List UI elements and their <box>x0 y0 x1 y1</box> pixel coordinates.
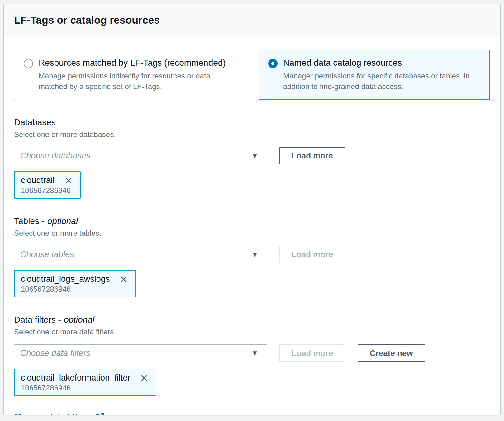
databases-select-input[interactable] <box>14 147 267 164</box>
tile-text: Named data catalog resources Manager per… <box>283 58 480 92</box>
radio-selected-icon[interactable] <box>268 59 278 68</box>
token-name: cloudtrail_lakeformation_filter <box>21 373 130 383</box>
tables-label: Tables -optional <box>14 216 490 226</box>
tile-text: Resources matched by LF-Tags (recommende… <box>39 58 236 92</box>
manage-data-filters-label: Manage data filters <box>14 412 90 415</box>
data-filter-token: cloudtrail_lakeformation_filter 10656728… <box>14 369 156 396</box>
data-filters-controls: ▼ Load more Create new <box>14 344 490 362</box>
data-filters-section: Data filters -optional Select one or mor… <box>14 315 490 396</box>
databases-description: Select one or more databases. <box>14 130 490 139</box>
radio-option-label: Resources matched by LF-Tags (recommende… <box>39 58 236 68</box>
panel-body: Resources matched by LF-Tags (recommende… <box>4 37 500 415</box>
token-header: cloudtrail_logs_awslogs <box>21 274 128 284</box>
field-optional-text: optional <box>47 216 78 226</box>
radio-option-description: Manage permissions indirectly for resour… <box>39 71 236 92</box>
field-label-text: Tables - <box>14 216 45 226</box>
field-optional-text: optional <box>64 315 94 324</box>
lf-tags-panel: LF-Tags or catalog resources Resources m… <box>4 4 500 415</box>
token-header: cloudtrail <box>21 176 73 185</box>
create-new-filter-button[interactable]: Create new <box>358 344 425 362</box>
field-label-text: Databases <box>14 117 56 127</box>
data-filters-label: Data filters -optional <box>14 315 490 325</box>
tables-select-input[interactable] <box>14 246 267 263</box>
radio-unselected-icon[interactable] <box>24 59 33 68</box>
remove-token-icon[interactable] <box>140 373 149 383</box>
tables-select[interactable]: ▼ <box>14 246 267 263</box>
data-filters-description: Select one or more data filters. <box>14 328 490 336</box>
tables-load-more-button[interactable]: Load more <box>279 246 345 263</box>
token-account-id: 106567286946 <box>21 285 128 294</box>
token-name: cloudtrail_logs_awslogs <box>21 274 110 284</box>
database-token: cloudtrail 106567286946 <box>14 171 81 199</box>
data-filters-load-more-button[interactable]: Load more <box>279 344 345 362</box>
remove-token-icon[interactable] <box>64 176 73 185</box>
databases-controls: ▼ Load more <box>14 147 490 164</box>
external-link-icon <box>95 412 105 415</box>
radio-tile-lf-tags[interactable]: Resources matched by LF-Tags (recommende… <box>14 50 245 100</box>
table-token: cloudtrail_logs_awslogs 106567286946 <box>14 270 136 297</box>
panel-header: LF-Tags or catalog resources <box>4 4 500 37</box>
data-filters-select[interactable]: ▼ <box>14 344 267 362</box>
databases-section: Databases Select one or more databases. … <box>14 117 490 199</box>
data-filters-select-input[interactable] <box>14 345 267 362</box>
radio-tile-named-resources[interactable]: Named data catalog resources Manager per… <box>259 50 490 100</box>
radio-option-label: Named data catalog resources <box>283 58 480 68</box>
token-header: cloudtrail_lakeformation_filter <box>21 373 149 383</box>
databases-load-more-button[interactable]: Load more <box>279 147 345 164</box>
manage-data-filters-link[interactable]: Manage data filters <box>14 412 105 415</box>
remove-token-icon[interactable] <box>119 275 128 284</box>
page-title: LF-Tags or catalog resources <box>14 14 490 26</box>
databases-label: Databases <box>14 117 490 127</box>
tables-controls: ▼ Load more <box>14 246 490 263</box>
token-account-id: 106567286946 <box>21 384 149 392</box>
tables-section: Tables -optional Select one or more tabl… <box>14 216 490 297</box>
tables-description: Select one or more tables. <box>14 229 490 238</box>
radio-option-description: Manager permissions for specific databas… <box>283 71 480 92</box>
resource-type-tiles: Resources matched by LF-Tags (recommende… <box>14 50 490 100</box>
field-label-text: Data filters - <box>14 315 61 324</box>
token-name: cloudtrail <box>21 176 55 185</box>
databases-select[interactable]: ▼ <box>14 147 267 164</box>
token-account-id: 106567286946 <box>21 186 73 195</box>
